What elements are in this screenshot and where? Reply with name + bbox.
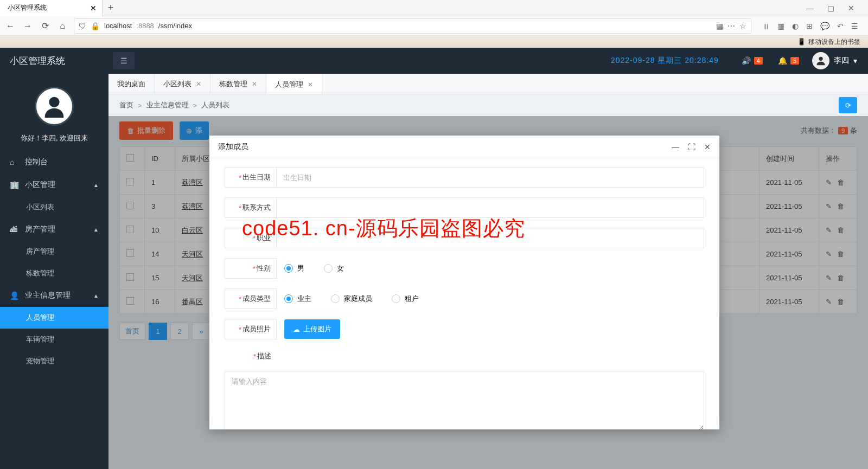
sidebar: 你好！李四, 欢迎回来 ⌂ 控制台 🏢 小区管理 ▲ 小区列表 🏙 房产管理 ▲… [0,74,108,469]
content-area: 🗑批量删除 ⊕添 共有数据： 9 条 ID 所属小区 创建时间 操作 [108,116,868,469]
browser-tab[interactable]: 小区管理系统 ✕ [0,0,103,16]
svg-point-1 [49,97,59,107]
occupation-input[interactable] [277,228,704,248]
sidebar-item-owner-mgmt[interactable]: 👤 业主信息管理 ▲ [0,284,108,307]
menu-toggle-button[interactable]: ☰ [113,52,135,69]
sidebar-profile: 你好！李四, 欢迎回来 [0,74,108,151]
mobile-icon: 📱 [797,38,806,46]
contact-input[interactable] [277,197,704,218]
bookmark-bar: 📱 移动设备上的书签 [0,36,868,48]
label-gender: *性别 [225,258,277,279]
tab-person-mgmt[interactable]: 人员管理✕ [266,74,322,94]
dialog-body: *出生日期 *联系方式 *职业 *性别 男 [209,158,719,429]
brand-title: 小区管理系统 [0,55,108,67]
url-host: localhost [104,22,132,30]
sync-icon[interactable]: ◐ [792,22,799,30]
sidebar-sub-vehicle[interactable]: 车辆管理 [0,329,108,350]
username: 李四 [834,56,849,66]
close-icon[interactable]: ✕ [196,80,201,88]
maximize-icon[interactable]: ⛶ [688,143,695,151]
sidebar-item-label: 小区管理 [25,180,55,190]
user-dropdown[interactable]: 李四 ▾ [807,52,868,69]
sidebar-sub-community-list[interactable]: 小区列表 [0,196,108,218]
form-row-photo: *成员照片 ☁上传图片 [225,319,704,339]
maximize-icon[interactable]: ▢ [824,4,838,12]
form-row-contact: *联系方式 [225,197,704,218]
star-icon[interactable]: ☆ [739,22,746,30]
new-tab-button[interactable]: + [103,2,119,14]
notification-button[interactable]: 🔔 5 [770,56,807,65]
forward-icon[interactable]: → [22,20,34,32]
console-icon: ⌂ [10,158,18,166]
radio-tenant[interactable]: 租户 [392,294,419,304]
radio-male[interactable]: 男 [284,264,304,273]
close-icon[interactable]: ✕ [308,81,313,88]
reload-icon[interactable]: ⟳ [39,20,51,32]
label-photo: *成员照片 [225,319,277,339]
tab-community-list[interactable]: 小区列表✕ [155,74,210,94]
close-window-icon[interactable]: ✕ [844,4,858,12]
chevron-up-icon: ▲ [93,293,99,299]
library-icon[interactable]: ⫼ [762,22,770,30]
minimize-icon[interactable]: ― [803,4,817,12]
form-row-member-type: *成员类型 业主 家庭成员 租户 [225,288,704,309]
main-area: 我的桌面 小区列表✕ 栋数管理✕ 人员管理✕ 首页 > 业主信息管理 > 人员列… [108,74,868,469]
sidebar-item-property-mgmt[interactable]: 🏙 房产管理 ▲ [0,218,108,241]
minimize-icon[interactable]: — [672,143,679,151]
radio-family[interactable]: 家庭成员 [331,294,372,304]
description-textarea[interactable] [225,371,704,429]
window-controls: ― ▢ ✕ [803,4,868,12]
sidebar-item-console[interactable]: ⌂ 控制台 [0,151,108,174]
sidebar-sub-property[interactable]: 房产管理 [0,241,108,262]
building-icon: 🏢 [10,181,18,189]
notif-badge: 5 [790,57,799,65]
tab-desktop[interactable]: 我的桌面 [108,74,155,94]
city-icon: 🏙 [10,225,18,234]
sidebar-sub-person[interactable]: 人员管理 [0,307,108,329]
home-icon[interactable]: ⌂ [56,20,68,32]
menu-icon[interactable]: ☰ [851,22,858,30]
breadcrumb-person-list: 人员列表 [201,100,229,110]
sidebar-sub-pet[interactable]: 宠物管理 [0,350,108,372]
label-member-type: *成员类型 [225,288,277,309]
tab-building-mgmt[interactable]: 栋数管理✕ [210,74,266,94]
dialog-title: 添加成员 [218,142,248,152]
close-icon[interactable]: ✕ [704,143,711,151]
back-icon[interactable]: ← [4,20,16,32]
radio-owner[interactable]: 业主 [284,294,311,304]
radio-female[interactable]: 女 [324,264,344,273]
breadcrumb-owner[interactable]: 业主信息管理 [146,100,189,110]
browser-tabs: 小区管理系统 ✕ + ― ▢ ✕ [0,0,868,16]
qr-icon[interactable]: ▦ [716,22,723,30]
svg-point-0 [819,57,822,61]
label-birth: *出生日期 [225,167,277,188]
sidebar-item-community-mgmt[interactable]: 🏢 小区管理 ▲ [0,174,108,196]
form-row-desc-input [225,371,704,429]
extension-icon[interactable]: ⊞ [806,22,813,30]
label-occupation: *职业 [225,228,277,248]
person-icon: 👤 [10,291,18,300]
url-path: /ssm/index [158,22,192,30]
bookmark-label[interactable]: 移动设备上的书签 [808,37,860,47]
breadcrumb-home[interactable]: 首页 [119,100,133,110]
url-bar[interactable]: 🛡 🔒 localhost:8888/ssm/index ▦ ⋯ ☆ [74,18,751,34]
birth-date-input[interactable] [277,167,704,188]
sidebar-sub-building[interactable]: 栋数管理 [0,262,108,284]
url-port: :8888 [136,22,154,30]
upload-photo-button[interactable]: ☁上传图片 [284,319,340,339]
bell-icon: 🔔 [778,56,787,65]
close-icon[interactable]: ✕ [90,4,97,12]
label-desc: *描述 [225,349,277,361]
more-icon[interactable]: ⋯ [727,22,735,30]
undo-icon[interactable]: ↶ [837,22,844,30]
sidebar-icon[interactable]: ▥ [777,22,784,30]
breadcrumb: 首页 > 业主信息管理 > 人员列表 ⟳ [108,94,868,116]
cloud-icon: ☁ [293,325,300,333]
label-contact: *联系方式 [225,197,277,218]
chat-icon[interactable]: 💬 [820,22,829,30]
datetime: 2022-09-28 星期三 20:28:49 [611,56,734,66]
refresh-button[interactable]: ⟳ [839,97,857,113]
sound-icon: 🔊 [742,56,751,65]
close-icon[interactable]: ✕ [252,80,257,88]
sound-button[interactable]: 🔊 4 [734,56,770,65]
